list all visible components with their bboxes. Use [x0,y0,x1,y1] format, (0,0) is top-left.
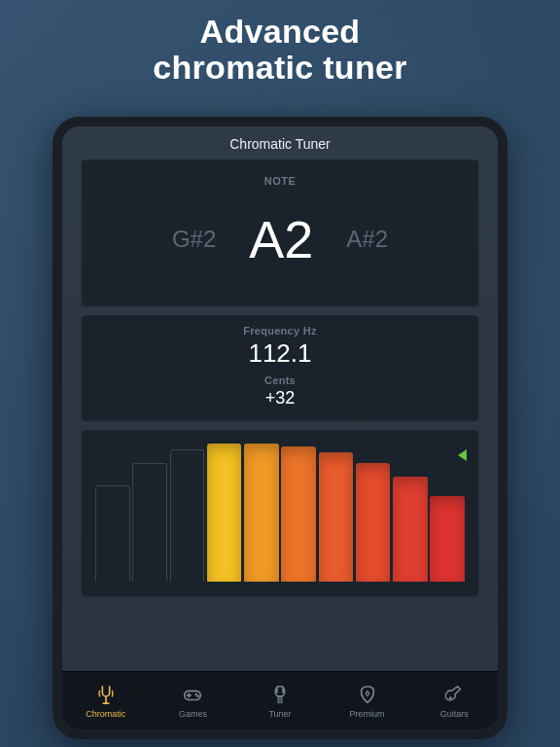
svg-point-4 [282,689,284,691]
frequency-label: Frequency Hz [243,325,317,337]
frequency-panel: Frequency Hz 112.1 Cents +32 [82,315,478,420]
meter-bar [132,463,167,582]
cents-value: +32 [265,388,296,409]
tuning-meter [95,444,465,582]
page-title: Chromatic Tuner [62,126,498,160]
svg-point-7 [449,697,451,699]
in-tune-marker-icon [458,449,467,461]
tab-label: Chromatic [86,709,125,719]
tab-label: Tuner [268,709,291,719]
tab-label: Guitars [440,709,469,719]
note-previous: G#2 [172,226,216,253]
tab-guitars[interactable]: Guitars [410,672,498,729]
headstock-icon [269,683,291,706]
tablet-frame: Chromatic Tuner NOTE G#2 A2 A#2 Frequenc… [52,117,508,739]
svg-point-3 [276,689,278,691]
app-screen: Chromatic Tuner NOTE G#2 A2 A#2 Frequenc… [62,126,498,729]
content-area: NOTE G#2 A2 A#2 Frequency Hz 112.1 Cents… [62,160,498,671]
svg-point-5 [276,691,278,693]
meter-bar [319,452,354,582]
svg-point-6 [282,691,284,693]
tuning-fork-icon [95,683,117,706]
tab-tuner[interactable]: Tuner [236,672,324,729]
note-section-label: NOTE [264,175,297,187]
promo-headline-line1: Advanced [0,14,560,50]
meter-bar [281,446,316,582]
note-next: A#2 [346,226,388,253]
svg-point-1 [195,694,197,695]
meter-bar [207,444,242,582]
meter-bar [95,485,130,582]
pick-icon [357,683,378,706]
promo-headline-line2: chromatic tuner [0,50,560,86]
note-row: G#2 A2 A#2 [172,209,388,269]
tab-bar: ChromaticGamesTunerPremiumGuitars [62,671,498,729]
guitar-icon [443,683,465,706]
meter-bar [393,477,428,582]
meter-bar [244,444,279,582]
tab-premium[interactable]: Premium [324,672,411,729]
cents-label: Cents [264,374,296,386]
promo-headline: Advanced chromatic tuner [0,0,560,87]
svg-point-2 [197,695,199,697]
tab-games[interactable]: Games [150,672,237,729]
note-panel: NOTE G#2 A2 A#2 [82,160,478,305]
meter-bar [170,449,205,582]
controller-icon [182,683,203,706]
tab-label: Premium [350,709,385,719]
note-current: A2 [249,209,313,269]
tab-chromatic[interactable]: Chromatic [62,672,150,729]
tuning-meter-panel [82,430,478,595]
tab-label: Games [179,709,207,719]
meter-bar [356,463,391,582]
frequency-value: 112.1 [248,338,311,369]
meter-bar [430,496,465,582]
